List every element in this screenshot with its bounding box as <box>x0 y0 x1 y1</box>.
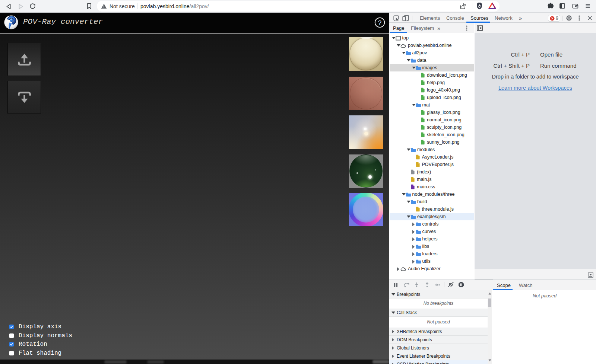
svg-text:?: ? <box>378 19 381 26</box>
